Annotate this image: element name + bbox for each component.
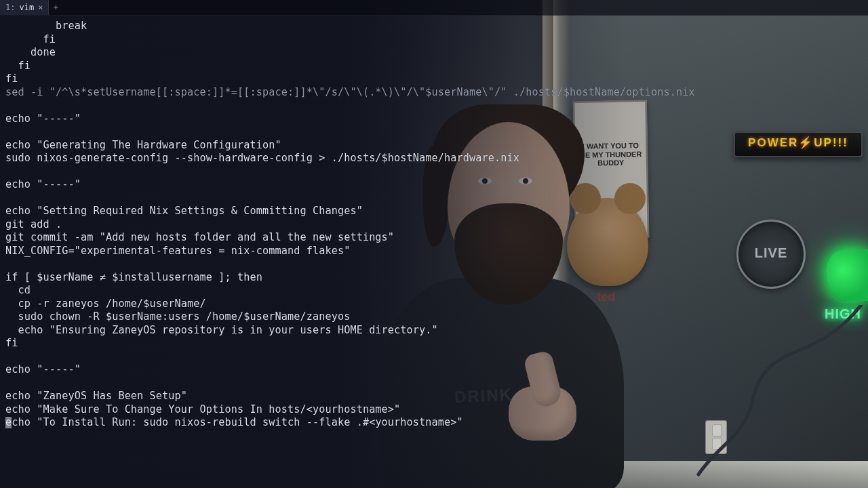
code-line: fi: [5, 33, 863, 47]
code-line: git add .: [5, 218, 863, 232]
code-line: cp -r zaneyos /home/$userName/: [5, 298, 863, 311]
cursor-block: e: [5, 416, 12, 428]
code-line: echo "To Install Run: sudo nixos-rebuild…: [5, 416, 863, 430]
code-line: echo "ZaneyOS Has Been Setup": [5, 390, 863, 403]
code-line: cd: [5, 284, 863, 298]
code-line: echo "-----": [5, 363, 863, 377]
code-line: echo "Setting Required Nix Settings & Co…: [5, 205, 863, 218]
code-line: echo "Ensuring ZaneyOS repository is in …: [5, 324, 863, 338]
code-line: echo "Make Sure To Change Your Options I…: [5, 403, 863, 417]
tab-bar: 1: vim × +: [0, 0, 868, 16]
code-line: fi: [5, 337, 863, 350]
code-line: [5, 192, 863, 205]
code-line: NIX_CONFIG="experimental-features = nix-…: [5, 245, 863, 258]
code-line: git commit -am "Add new hosts folder and…: [5, 231, 863, 245]
code-line: fi: [5, 73, 863, 86]
code-line: echo "-----": [5, 178, 863, 192]
code-line: if [ $userName ≠ $installusername ]; the…: [5, 271, 863, 285]
code-line: [5, 377, 863, 390]
code-line: [5, 165, 863, 179]
code-line: [5, 99, 863, 113]
close-icon[interactable]: ×: [38, 3, 43, 12]
code-line: break: [5, 20, 863, 33]
editor-viewport[interactable]: break fi done fifised -i "/^\s*setUserna…: [0, 16, 868, 430]
code-line: sudo chown -R $userName:users /home/$use…: [5, 310, 863, 324]
new-tab-button[interactable]: +: [49, 0, 62, 15]
terminal-window: 1: vim × + break fi done fifised -i "/^\…: [0, 0, 868, 488]
code-line: [5, 125, 863, 139]
code-line: echo "Generating The Hardware Configurat…: [5, 139, 863, 152]
code-line: fi: [5, 60, 863, 73]
tab-title: vim: [19, 3, 34, 12]
tab-vim[interactable]: 1: vim ×: [0, 0, 49, 15]
code-line: done: [5, 46, 863, 60]
code-line: echo "-----": [5, 113, 863, 126]
code-line: sudo nixos-generate-config --show-hardwa…: [5, 152, 863, 165]
code-line: [5, 258, 863, 271]
tab-index: 1:: [5, 3, 15, 12]
code-line: sed -i "/^\s*setUsername[[:space:]]*=[[:…: [5, 86, 863, 100]
code-line: [5, 350, 863, 364]
